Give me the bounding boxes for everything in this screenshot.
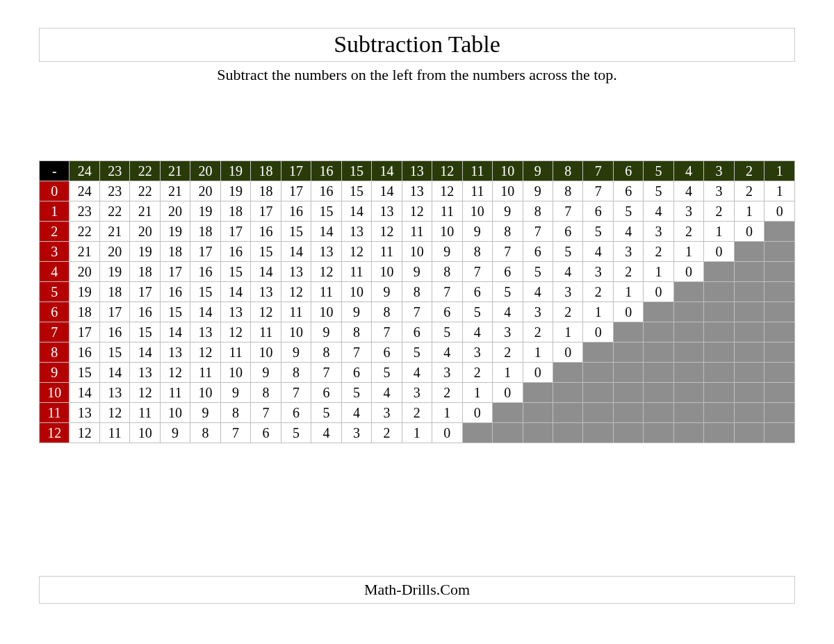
cell: 9 (462, 222, 492, 242)
cell: 3 (402, 383, 432, 403)
cell: 1 (734, 201, 764, 222)
cell (764, 262, 795, 282)
cell: 2 (704, 201, 734, 222)
cell: 8 (220, 403, 250, 423)
cell (764, 302, 795, 322)
col-header: 13 (402, 161, 432, 181)
cell: 7 (251, 403, 281, 423)
cell: 15 (251, 242, 281, 262)
cell (644, 403, 673, 423)
cell: 8 (281, 363, 311, 383)
cell: 2 (432, 383, 462, 403)
cell: 20 (190, 181, 220, 201)
row-header: 5 (40, 282, 70, 302)
cell (704, 383, 734, 403)
cell: 7 (281, 383, 311, 403)
col-header: 20 (190, 161, 220, 181)
cell: 4 (583, 242, 613, 262)
table-row: 121211109876543210 (40, 423, 795, 443)
cell: 10 (462, 201, 492, 222)
instruction-text: Subtract the numbers on the left from th… (39, 66, 795, 84)
cell: 12 (281, 282, 311, 302)
col-header: 10 (493, 161, 523, 181)
cell: 18 (70, 302, 99, 322)
cell: 9 (311, 322, 341, 342)
cell: 13 (341, 222, 371, 242)
col-header: 4 (673, 161, 703, 181)
cell: 13 (160, 342, 190, 363)
col-header: 24 (70, 161, 99, 181)
cell (734, 282, 764, 302)
col-header: 8 (553, 161, 582, 181)
cell: 13 (402, 181, 432, 201)
cell (583, 363, 613, 383)
cell: 7 (220, 423, 250, 443)
cell: 4 (311, 423, 341, 443)
cell (704, 262, 734, 282)
cell: 5 (341, 383, 371, 403)
cell: 18 (160, 242, 190, 262)
cell (734, 322, 764, 342)
row-header: 0 (40, 181, 70, 201)
cell: 10 (493, 181, 523, 201)
cell: 9 (402, 262, 432, 282)
cell: 5 (311, 403, 341, 423)
row-header: 11 (40, 403, 70, 423)
cell: 18 (99, 282, 129, 302)
cell: 14 (99, 363, 129, 383)
cell: 10 (190, 383, 220, 403)
cell: 2 (734, 181, 764, 201)
cell: 11 (281, 302, 311, 322)
cell: 15 (99, 342, 129, 363)
col-header: 18 (251, 161, 281, 181)
cell: 0 (553, 342, 582, 363)
cell: 12 (341, 242, 371, 262)
cell: 1 (462, 383, 492, 403)
cell: 5 (432, 322, 462, 342)
cell: 12 (251, 302, 281, 322)
cell: 11 (402, 222, 432, 242)
cell: 1 (523, 342, 553, 363)
cell (764, 403, 795, 423)
cell: 5 (372, 363, 402, 383)
cell: 3 (493, 322, 523, 342)
cell: 10 (341, 282, 371, 302)
cell: 5 (583, 222, 613, 242)
cell (704, 363, 734, 383)
cell: 23 (70, 201, 99, 222)
cell: 2 (372, 423, 402, 443)
cell: 13 (70, 403, 99, 423)
cell: 13 (251, 282, 281, 302)
subtraction-table: -242322212019181716151413121110987654321… (39, 160, 795, 443)
row-header: 12 (40, 423, 70, 443)
cell: 3 (553, 282, 582, 302)
col-header: 19 (220, 161, 250, 181)
cell: 2 (613, 262, 643, 282)
cell: 2 (673, 222, 703, 242)
cell: 9 (523, 181, 553, 201)
row-header: 3 (40, 242, 70, 262)
cell: 22 (130, 181, 160, 201)
cell: 3 (341, 423, 371, 443)
table-row: 1014131211109876543210 (40, 383, 795, 403)
col-header: 22 (130, 161, 160, 181)
cell: 7 (341, 342, 371, 363)
cell: 11 (341, 262, 371, 282)
cell (734, 262, 764, 282)
cell (673, 322, 703, 342)
cell: 5 (493, 282, 523, 302)
cell (734, 342, 764, 363)
table-row: 123222120191817161514131211109876543210 (40, 201, 795, 222)
cell: 9 (190, 403, 220, 423)
cell: 23 (99, 181, 129, 201)
cell: 19 (99, 262, 129, 282)
cell: 0 (764, 201, 795, 222)
cell: 8 (341, 322, 371, 342)
cell: 7 (432, 282, 462, 302)
cell: 0 (644, 282, 673, 302)
cell: 6 (372, 342, 402, 363)
cell: 7 (402, 302, 432, 322)
cell: 7 (523, 222, 553, 242)
cell: 6 (613, 181, 643, 201)
cell: 2 (523, 322, 553, 342)
